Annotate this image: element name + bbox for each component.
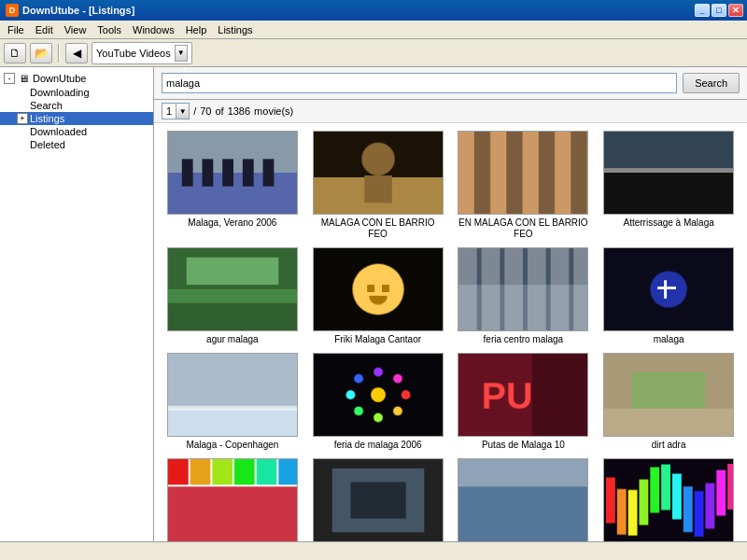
page-select[interactable]: 1 ▼ bbox=[162, 103, 190, 119]
video-thumbnail bbox=[313, 458, 444, 541]
video-item[interactable]: dirt adra bbox=[598, 353, 740, 451]
app-icon: D bbox=[6, 4, 19, 17]
video-title: Malaga - Copenhagen bbox=[186, 440, 278, 451]
video-title: feria centro malaga bbox=[484, 334, 564, 345]
menu-listings[interactable]: Listings bbox=[212, 22, 258, 37]
sidebar-item-downloading[interactable]: Downloading bbox=[0, 86, 153, 99]
close-button[interactable]: ✕ bbox=[728, 4, 743, 17]
video-item[interactable]: EN MALAGA CON EL BARRIO FEO bbox=[453, 131, 595, 240]
menu-file[interactable]: File bbox=[2, 22, 30, 37]
downloading-label: Downloading bbox=[30, 87, 90, 98]
video-grid-container[interactable]: Malaga, Verano 2006MALAGA CON EL BARRIO … bbox=[154, 123, 747, 541]
video-title: EN MALAGA CON EL BARRIO FEO bbox=[458, 217, 588, 240]
sidebar-item-listings[interactable]: + Listings bbox=[0, 112, 153, 125]
video-item[interactable]: Putas de Malaga 10 bbox=[453, 353, 595, 451]
video-thumbnail bbox=[603, 353, 734, 437]
downutube-icon: 🖥 bbox=[17, 72, 30, 85]
video-item[interactable]: MALAGA CON EL BARRIO FEO bbox=[307, 131, 449, 240]
pagination-unit: movie(s) bbox=[254, 105, 293, 117]
sidebar-item-deleted[interactable]: Deleted bbox=[0, 138, 153, 151]
video-thumbnail bbox=[603, 131, 734, 215]
toolbar-btn-1[interactable]: 🗋 bbox=[4, 43, 26, 63]
video-thumbnail bbox=[458, 458, 588, 541]
video-thumbnail bbox=[603, 458, 734, 541]
video-item[interactable]: feria centro malaga bbox=[453, 247, 595, 345]
video-title: Malaga, Verano 2006 bbox=[188, 217, 276, 229]
video-thumbnail bbox=[603, 247, 734, 331]
video-thumbnail bbox=[458, 353, 588, 437]
pagination-of: of bbox=[215, 105, 223, 117]
video-title: Friki Malaga Cantaor bbox=[334, 334, 421, 345]
pagination-slash: / bbox=[193, 105, 196, 117]
video-thumbnail bbox=[167, 458, 298, 541]
toolbar-btn-2[interactable]: 📂 bbox=[30, 43, 52, 63]
video-item[interactable]: Atterrissage à Malaga bbox=[598, 131, 740, 240]
video-item[interactable]: Friki Malaga Cantaor bbox=[307, 247, 449, 345]
video-thumbnail bbox=[167, 353, 298, 437]
sidebar-item-search[interactable]: Search bbox=[0, 99, 153, 112]
downloaded-label: Downloaded bbox=[30, 126, 87, 137]
video-item[interactable]: Malaga, Verano 2006 bbox=[162, 131, 303, 240]
search-bar: Search bbox=[154, 67, 747, 100]
search-label: Search bbox=[30, 100, 63, 111]
pagination-bar: 1 ▼ / 70 of 1386 movie(s) bbox=[154, 100, 747, 123]
pagination-total: 1386 bbox=[228, 105, 250, 117]
video-item[interactable] bbox=[162, 458, 303, 541]
sidebar-item-downloaded[interactable]: Downloaded bbox=[0, 125, 153, 138]
video-item[interactable] bbox=[307, 458, 449, 541]
video-item[interactable]: malaga bbox=[598, 247, 740, 345]
source-dropdown[interactable]: YouTube Videos ▼ bbox=[92, 42, 192, 64]
video-thumbnail bbox=[313, 247, 444, 331]
source-dropdown-label: YouTube Videos bbox=[96, 48, 171, 59]
video-title: feria de malaga 2006 bbox=[334, 440, 422, 451]
status-bar bbox=[0, 541, 747, 560]
title-bar: D DownUtube - [Listings] _ □ ✕ bbox=[0, 0, 747, 21]
video-title: agur malaga bbox=[206, 334, 259, 345]
video-title: Putas de Malaga 10 bbox=[482, 440, 565, 451]
search-button[interactable]: Search bbox=[683, 73, 740, 93]
toolbar-btn-3[interactable]: ◀ bbox=[65, 43, 88, 63]
menu-windows[interactable]: Windows bbox=[127, 22, 180, 37]
listings-label: Listings bbox=[30, 113, 64, 124]
menu-bar: File Edit View Tools Windows Help Listin… bbox=[0, 21, 747, 39]
page-select-arrow[interactable]: ▼ bbox=[176, 104, 189, 119]
video-item[interactable] bbox=[598, 458, 740, 541]
sidebar: - 🖥 DownUtube Downloading Search + Listi… bbox=[0, 67, 154, 541]
pagination-per-page: 70 bbox=[200, 105, 211, 117]
downutube-label: DownUtube bbox=[33, 73, 86, 84]
window-controls: _ □ ✕ bbox=[695, 4, 743, 17]
menu-tools[interactable]: Tools bbox=[92, 22, 127, 37]
content-area: Search 1 ▼ / 70 of 1386 movie(s) Malaga,… bbox=[154, 67, 747, 541]
restore-button[interactable]: □ bbox=[712, 4, 726, 17]
video-item[interactable]: Malaga - Copenhagen bbox=[162, 353, 303, 451]
video-item[interactable]: agur malaga bbox=[162, 247, 303, 345]
video-item[interactable]: feria de malaga 2006 bbox=[307, 353, 449, 451]
main-layout: - 🖥 DownUtube Downloading Search + Listi… bbox=[0, 67, 747, 541]
video-title: MALAGA CON EL BARRIO FEO bbox=[313, 217, 444, 240]
video-thumbnail bbox=[458, 247, 588, 331]
video-grid: Malaga, Verano 2006MALAGA CON EL BARRIO … bbox=[162, 131, 740, 541]
menu-help[interactable]: Help bbox=[180, 22, 213, 37]
tree-toggle-downutube[interactable]: - bbox=[4, 73, 15, 84]
menu-view[interactable]: View bbox=[59, 22, 92, 37]
video-thumbnail bbox=[167, 247, 298, 331]
source-dropdown-arrow[interactable]: ▼ bbox=[175, 45, 188, 62]
video-thumbnail bbox=[313, 131, 444, 215]
search-input[interactable] bbox=[162, 73, 677, 93]
window-title: DownUtube - [Listings] bbox=[22, 5, 134, 16]
menu-edit[interactable]: Edit bbox=[30, 22, 59, 37]
video-title: dirt adra bbox=[652, 440, 686, 451]
deleted-label: Deleted bbox=[30, 139, 65, 150]
sidebar-item-downutube[interactable]: - 🖥 DownUtube bbox=[0, 71, 153, 86]
video-thumbnail bbox=[167, 131, 298, 215]
video-item[interactable] bbox=[453, 458, 595, 541]
minimize-button[interactable]: _ bbox=[695, 4, 710, 17]
toolbar: 🗋 📂 ◀ YouTube Videos ▼ bbox=[0, 39, 747, 67]
tree-toggle-listings[interactable]: + bbox=[17, 113, 28, 124]
page-select-value: 1 bbox=[162, 105, 176, 117]
video-title: Atterrissage à Malaga bbox=[623, 217, 713, 229]
toolbar-separator bbox=[58, 44, 60, 63]
video-thumbnail bbox=[458, 131, 588, 215]
video-thumbnail bbox=[313, 353, 444, 437]
source-dropdown-wrapper: YouTube Videos ▼ bbox=[92, 42, 192, 64]
